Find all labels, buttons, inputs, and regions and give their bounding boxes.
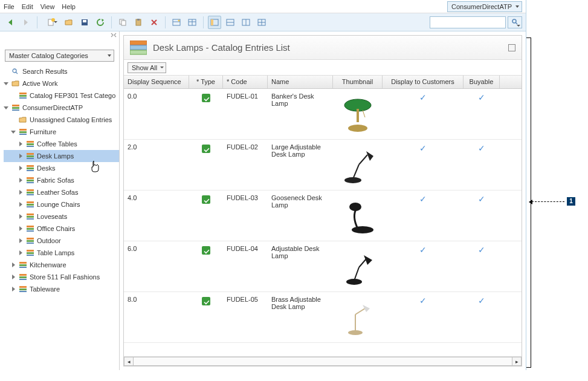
product-type-icon [202, 297, 210, 305]
menu-help[interactable]: Help [62, 3, 76, 10]
copy-button[interactable] [116, 16, 129, 29]
tree-outdoor[interactable]: Outdoor [4, 235, 119, 247]
svg-rect-69 [19, 274, 27, 276]
annotation-callout: 1 [532, 197, 575, 206]
col-code[interactable]: * Code [223, 76, 268, 88]
back-button[interactable] [4, 16, 17, 29]
paste-button[interactable] [132, 16, 145, 29]
forward-button[interactable] [19, 16, 33, 29]
svg-line-84 [353, 164, 359, 179]
search-input[interactable] [430, 16, 506, 28]
product-type-icon [202, 246, 210, 255]
svg-rect-35 [19, 134, 27, 135]
tree-store511[interactable]: Store 511 Fall Fashions [4, 271, 119, 283]
svg-rect-70 [19, 276, 27, 278]
save-button[interactable] [78, 16, 91, 29]
col-type[interactable]: * Type [189, 76, 223, 88]
folder-open-icon [65, 18, 73, 27]
svg-rect-80 [357, 109, 359, 122]
view4-button[interactable] [224, 16, 237, 29]
tree-consumer[interactable]: ConsumerDirectATP [4, 102, 119, 114]
tree-unassigned[interactable]: Unassigned Catalog Entries [4, 114, 119, 126]
menu-view[interactable]: View [40, 3, 55, 10]
tree-furniture[interactable]: Furniture [4, 126, 119, 138]
cell-name: Large Adjustable Desk Lamp [268, 140, 333, 161]
horizontal-scrollbar[interactable]: ◂ ▸ [124, 356, 522, 366]
search-go-button[interactable] [508, 16, 522, 28]
lamp-thumbnail-icon [341, 97, 375, 133]
tree-search-results[interactable]: Search Results [4, 65, 119, 77]
tree-table-lamps[interactable]: Table Lamps [4, 247, 119, 259]
maximize-button[interactable] [508, 44, 515, 51]
cell-seq: 0.0 [124, 89, 189, 103]
menu-file[interactable]: File [4, 3, 15, 10]
tree-desks[interactable]: Desks [4, 162, 119, 174]
tree-lounge-chairs[interactable]: Lounge Chairs [4, 198, 119, 210]
tree-label: Desk Lamps [37, 152, 74, 160]
tree-active-work[interactable]: Active Work [4, 77, 119, 90]
table-row[interactable]: 6.0 FUDEL-04 Adjustable Desk Lamp [124, 241, 522, 292]
scroll-track[interactable] [134, 357, 512, 366]
tree-kitchenware[interactable]: Kitchenware [4, 259, 119, 271]
cell-display: ✓ [383, 190, 464, 207]
view6-button[interactable] [255, 16, 268, 29]
check-icon: ✓ [419, 194, 427, 204]
table-row[interactable]: 4.0 FUDEL-03 Gooseneck Desk Lamp [124, 190, 522, 241]
cell-name: Banker's Desk Lamp [268, 89, 333, 111]
category-icon [19, 92, 27, 99]
col-display-sequence[interactable]: Display Sequence [124, 76, 189, 88]
table-row[interactable]: 0.0 FUDEL-01 Banker's Desk Lamp [124, 89, 522, 140]
table-row[interactable]: 8.0 FUDEL-05 Brass Adjustable Desk Lamp [124, 292, 522, 343]
tree-label: Office Chairs [37, 225, 75, 232]
col-name[interactable]: Name [268, 76, 333, 88]
svg-rect-61 [27, 240, 34, 242]
svg-point-1 [51, 18, 55, 22]
hsplit-icon [226, 18, 234, 27]
catalog-dropdown[interactable]: Master Catalog Categories [5, 50, 114, 62]
tree-fabric-sofas[interactable]: Fabric Sofas [4, 174, 119, 186]
cell-buyable: ✓ [464, 241, 500, 258]
tree-desk-lamps[interactable]: Desk Lamps [4, 150, 119, 162]
tree-fep301[interactable]: Catalog FEP301 Test Catego [4, 90, 119, 102]
open-button[interactable] [62, 16, 76, 29]
store-dropdown[interactable]: ConsumerDirectATP [447, 1, 522, 12]
tree-tableware[interactable]: Tableware [4, 283, 119, 295]
scroll-left-button[interactable]: ◂ [124, 357, 134, 366]
sidebar-close-button[interactable] [111, 33, 117, 40]
table-row[interactable]: 2.0 FUDEL-02 Large Adjustable Desk Lamp [124, 140, 522, 190]
svg-rect-54 [27, 213, 34, 215]
category-icon [19, 273, 27, 281]
tree-office-chairs[interactable]: Office Chairs [4, 223, 119, 235]
svg-rect-37 [27, 143, 34, 145]
menu-edit[interactable]: Edit [22, 3, 33, 10]
view3-button[interactable] [208, 16, 221, 29]
svg-rect-38 [27, 146, 34, 147]
show-all-dropdown[interactable]: Show All [128, 62, 166, 73]
grid-body[interactable]: 0.0 FUDEL-01 Banker's Desk Lamp [124, 89, 522, 356]
col-buyable[interactable]: Buyable [464, 76, 500, 88]
cell-code: FUDEL-03 [223, 190, 268, 205]
vsplit-icon [242, 18, 250, 27]
delete-button[interactable] [147, 16, 161, 29]
category-icon [26, 177, 34, 184]
cell-seq: 8.0 [124, 292, 189, 307]
lamp-thumbnail-icon [341, 249, 375, 285]
cell-display: ✓ [383, 292, 464, 309]
annotation-number: 1 [567, 197, 575, 206]
refresh-button[interactable] [94, 16, 107, 29]
tree-loveseats[interactable]: Loveseats [4, 210, 119, 223]
tree-label: Active Work [22, 80, 57, 87]
col-display-customers[interactable]: Display to Customers [383, 76, 464, 88]
lamp-thumbnail-icon [341, 300, 375, 336]
view2-button[interactable] [186, 16, 199, 29]
col-thumbnail[interactable]: Thumbnail [333, 76, 383, 88]
svg-point-86 [352, 226, 373, 233]
tree-leather-sofas[interactable]: Leather Sofas [4, 186, 119, 198]
svg-line-93 [355, 308, 365, 314]
tree-coffee-tables[interactable]: Coffee Tables [4, 138, 119, 150]
scroll-right-button[interactable]: ▸ [512, 357, 522, 366]
svg-rect-56 [27, 218, 34, 220]
new-button[interactable] [42, 16, 60, 29]
view5-button[interactable] [239, 16, 253, 29]
view1-button[interactable] [170, 16, 183, 29]
